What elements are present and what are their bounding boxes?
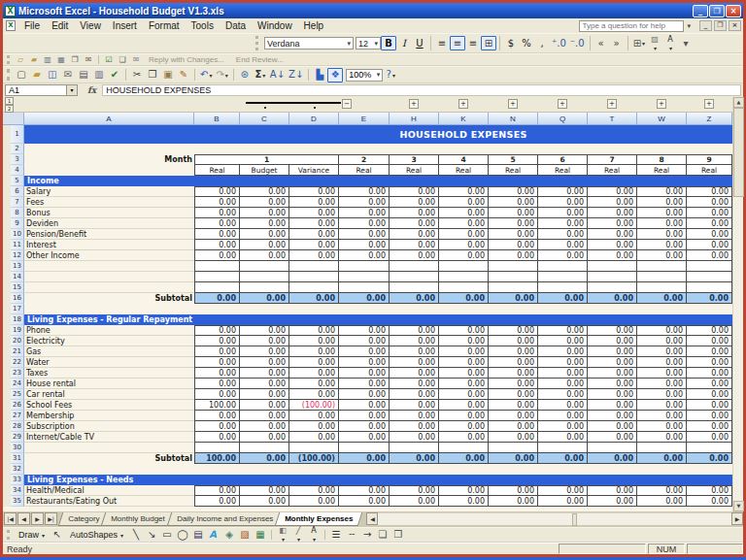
- formula-input[interactable]: HOUSEHOLD EXPENSES: [102, 84, 741, 96]
- cell-Z26[interactable]: 0.00: [687, 400, 732, 411]
- cell-Z8[interactable]: 0.00: [687, 208, 732, 218]
- cell-Z21[interactable]: 0.00: [687, 346, 732, 357]
- row-header-20[interactable]: 20: [11, 336, 24, 346]
- cell-H20[interactable]: 0.00: [390, 336, 439, 346]
- copy-icon[interactable]: ❐: [145, 68, 160, 82]
- cell-B10[interactable]: 0.00: [194, 229, 240, 240]
- column-header-K[interactable]: K: [439, 113, 489, 125]
- cell-T9[interactable]: 0.00: [588, 218, 637, 229]
- diagram-icon[interactable]: ◈: [221, 528, 237, 542]
- cell-H11[interactable]: 0.00: [390, 240, 439, 250]
- name-box[interactable]: A1: [5, 84, 67, 96]
- cell-D31[interactable]: (100.00): [289, 453, 339, 464]
- cell-K22[interactable]: 0.00: [439, 357, 489, 368]
- cell-Z19[interactable]: 0.00: [687, 325, 732, 336]
- cell-E15[interactable]: [339, 282, 390, 293]
- cell-subhead-1[interactable]: Budget: [240, 165, 289, 176]
- merge-center-button[interactable]: ⊞: [481, 36, 496, 50]
- rectangle-icon[interactable]: ▭: [159, 528, 175, 542]
- cell-E9[interactable]: 0.00: [339, 218, 390, 229]
- row-header-6[interactable]: 6: [11, 186, 24, 197]
- cell-Q22[interactable]: 0.00: [538, 357, 588, 368]
- send-for-review-icon[interactable]: ✉: [82, 54, 95, 65]
- scroll-down-icon[interactable]: ▼: [733, 501, 744, 511]
- cell-C29[interactable]: 0.00: [240, 432, 289, 443]
- select-all-corner[interactable]: [3, 113, 24, 125]
- cell-Q24[interactable]: 0.00: [538, 379, 588, 389]
- cell-B23[interactable]: 0.00: [194, 368, 240, 379]
- cell-A20[interactable]: Electricity: [24, 336, 194, 346]
- row-header-21[interactable]: 21: [11, 346, 24, 357]
- cell-H35[interactable]: 0.00: [390, 496, 439, 507]
- cell-N29[interactable]: 0.00: [489, 432, 538, 443]
- cell-N10[interactable]: 0.00: [489, 229, 538, 240]
- currency-button[interactable]: $: [503, 36, 519, 50]
- scroll-left-icon[interactable]: ◀: [366, 512, 378, 525]
- borders-button[interactable]: ⊞▾: [631, 36, 647, 50]
- cell-H34[interactable]: 0.00: [390, 485, 439, 496]
- cell-A34[interactable]: Health/Medical: [24, 485, 194, 496]
- tab-nav-icon-1[interactable]: ◀: [17, 512, 30, 525]
- cell-C19[interactable]: 0.00: [240, 325, 289, 336]
- cell-T16[interactable]: 0.00: [588, 293, 637, 304]
- cell-C34[interactable]: 0.00: [240, 485, 289, 496]
- cell-D19[interactable]: 0.00: [289, 325, 339, 336]
- column-header-N[interactable]: N: [489, 113, 538, 125]
- cell-Q19[interactable]: 0.00: [538, 325, 588, 336]
- cell-H28[interactable]: 0.00: [390, 421, 439, 432]
- cell-A3[interactable]: Month: [24, 154, 194, 165]
- restore-button[interactable]: ❐: [709, 5, 725, 17]
- cell-K9[interactable]: 0.00: [439, 218, 489, 229]
- cell-A26[interactable]: School Fees: [24, 400, 194, 411]
- cell-W25[interactable]: 0.00: [637, 389, 687, 400]
- cell-D20[interactable]: 0.00: [289, 336, 339, 346]
- cell-N16[interactable]: 0.00: [489, 293, 538, 304]
- cell-N31[interactable]: 0.00: [489, 453, 538, 464]
- cell-Q13[interactable]: [538, 261, 588, 272]
- cell-D34[interactable]: 0.00: [289, 485, 339, 496]
- cell-Z29[interactable]: 0.00: [687, 432, 732, 443]
- column-header-D[interactable]: D: [289, 113, 339, 125]
- cell-W28[interactable]: 0.00: [637, 421, 687, 432]
- menu-help[interactable]: Help: [298, 19, 330, 32]
- tab-nav-icon-2[interactable]: ▶: [31, 512, 44, 525]
- cell-subhead-7[interactable]: Real: [538, 165, 588, 176]
- cell-A6[interactable]: Salary: [24, 186, 194, 197]
- menu-edit[interactable]: Edit: [46, 19, 74, 32]
- dash-style-icon[interactable]: ╌: [344, 528, 359, 542]
- cell-T27[interactable]: 0.00: [588, 411, 637, 421]
- cell-T19[interactable]: 0.00: [588, 325, 637, 336]
- row-header-2[interactable]: 2: [11, 144, 24, 154]
- collapse-group-button[interactable]: −: [342, 99, 352, 109]
- cell-month-4[interactable]: 4: [439, 154, 489, 165]
- cell-K31[interactable]: 0.00: [439, 453, 489, 464]
- select-objects-icon[interactable]: ↖: [50, 528, 65, 542]
- row-header-26[interactable]: 26: [11, 400, 24, 411]
- cell-K8[interactable]: 0.00: [439, 208, 489, 218]
- cell-D23[interactable]: 0.00: [289, 368, 339, 379]
- cell-Z16[interactable]: 0.00: [687, 293, 732, 304]
- cell-Z11[interactable]: 0.00: [687, 240, 732, 250]
- cell-N13[interactable]: [489, 261, 538, 272]
- cell-month-7[interactable]: 7: [588, 154, 637, 165]
- tab-monthly-budget[interactable]: Monthly Budget: [101, 512, 175, 526]
- cell-C12[interactable]: 0.00: [240, 250, 289, 261]
- cell-Q15[interactable]: [538, 282, 588, 293]
- cell-N22[interactable]: 0.00: [489, 357, 538, 368]
- cell-A15[interactable]: [24, 282, 194, 293]
- cell-N9[interactable]: 0.00: [489, 218, 538, 229]
- cell-H22[interactable]: 0.00: [390, 357, 439, 368]
- row-header-33[interactable]: 33: [11, 475, 24, 485]
- cell-C27[interactable]: 0.00: [240, 411, 289, 421]
- cell-Z10[interactable]: 0.00: [687, 229, 732, 240]
- draw-menu-button[interactable]: Draw▾: [14, 528, 50, 542]
- cell-T31[interactable]: 0.00: [588, 453, 637, 464]
- row-header-19[interactable]: 19: [11, 325, 24, 336]
- text-box-icon[interactable]: ▤: [190, 528, 206, 542]
- cell-D26[interactable]: (100.00): [289, 400, 339, 411]
- cell-C23[interactable]: 0.00: [240, 368, 289, 379]
- cell-Q25[interactable]: 0.00: [538, 389, 588, 400]
- accept-changes-icon[interactable]: ❐: [68, 54, 82, 65]
- cell-T30[interactable]: [588, 443, 637, 453]
- cell-W19[interactable]: 0.00: [637, 325, 687, 336]
